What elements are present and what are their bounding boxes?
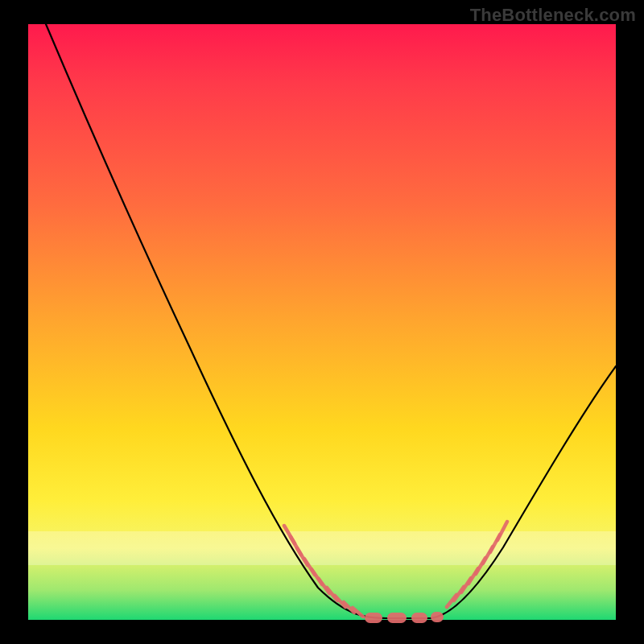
marker-group-left [284, 526, 363, 617]
marker-group-right [447, 522, 507, 607]
watermark-text: TheBottleneck.com [470, 5, 636, 26]
chart-stage: TheBottleneck.com [0, 0, 644, 644]
curve-right [431, 366, 616, 618]
marker-group-bottom [365, 612, 444, 623]
curve-left [46, 24, 386, 618]
curve-layer [28, 24, 616, 620]
svg-rect-18 [365, 613, 382, 623]
svg-rect-19 [387, 613, 407, 623]
svg-rect-20 [411, 613, 427, 623]
svg-rect-21 [431, 612, 444, 622]
svg-line-17 [497, 522, 507, 540]
plot-area [28, 24, 616, 620]
